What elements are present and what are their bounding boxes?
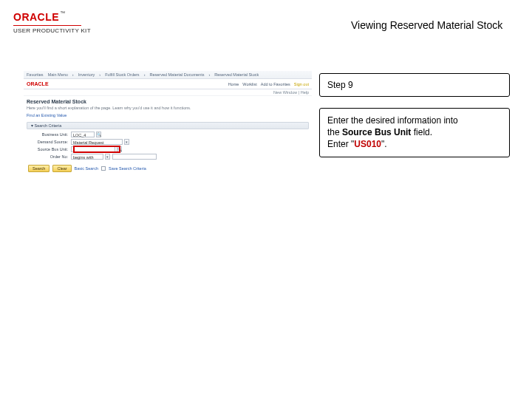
brand-logo: ORACLE™ USER PRODUCTIVITY KIT [13, 10, 91, 34]
clear-button[interactable]: Clear [52, 165, 71, 172]
instruction-text: Enter " [327, 139, 354, 149]
instruction-value: US010 [354, 139, 381, 149]
save-criteria-checkbox[interactable] [101, 166, 106, 171]
business-unit-field[interactable]: LOC_4 [71, 132, 95, 137]
button-bar: Search Clear Basic Search Save Search Cr… [24, 161, 312, 176]
nav-worklist[interactable]: Worklist [242, 82, 256, 86]
demand-source-field[interactable]: Material Request [71, 139, 123, 145]
nav-favorites[interactable]: Add to Favorites [261, 82, 290, 86]
instruction-text: field. [411, 127, 432, 137]
dropdown-icon[interactable]: ▾ [105, 154, 110, 160]
find-existing-link[interactable]: Find an Existing Value [24, 113, 312, 120]
business-unit-label: Business Unit: [28, 132, 71, 137]
step-indicator: Step 9 [319, 73, 510, 97]
content-heading: Reserved Material Stock [24, 96, 312, 104]
breadcrumb-item[interactable]: Reserved Material Documents [149, 72, 204, 77]
search-form: Business Unit: LOC_4 🔍 Demand Source: Ma… [24, 132, 312, 160]
lookup-icon[interactable]: 🔍 [96, 132, 101, 137]
step-label: Step 9 [327, 80, 353, 90]
breadcrumb-item[interactable]: Inventory [78, 72, 95, 77]
order-no-op[interactable]: begins with [71, 154, 103, 160]
instruction-field-name: Source Bus Unit [342, 127, 411, 137]
breadcrumb: Favorites Main Menu› Inventory› Fulfill … [24, 71, 312, 79]
app-brand: ORACLE [27, 81, 49, 86]
breadcrumb-item[interactable]: Fulfill Stock Orders [105, 72, 139, 77]
app-subnav[interactable]: New Window | Help [24, 89, 312, 96]
breadcrumb-item[interactable]: Main Menu [48, 72, 68, 77]
nav-signout[interactable]: Sign out [294, 82, 309, 86]
order-no-label: Order No: [28, 154, 71, 159]
instruction-text: Enter the desired information into [327, 115, 458, 126]
trademark: ™ [60, 10, 65, 16]
brand-name: ORACLE [13, 11, 59, 23]
order-no-field[interactable] [112, 154, 157, 160]
source-bus-unit-label: Source Bus Unit: [28, 147, 71, 151]
app-screenshot: Favorites Main Menu› Inventory› Fulfill … [24, 71, 312, 197]
source-bus-unit-field[interactable] [71, 146, 115, 152]
brand-subtitle: USER PRODUCTIVITY KIT [13, 27, 91, 34]
breadcrumb-item[interactable]: Reserved Material Stock [214, 72, 259, 77]
brand-rule [13, 25, 81, 26]
page-title: Viewing Reserved Material Stock [351, 19, 502, 31]
search-criteria-section[interactable]: Search Criteria [27, 122, 309, 129]
demand-source-label: Demand Source: [28, 140, 71, 144]
basic-search-link[interactable]: Basic Search [75, 166, 98, 171]
breadcrumb-item[interactable]: Favorites [27, 72, 44, 77]
app-header: ORACLE Home Worklist Add to Favorites Si… [24, 79, 312, 89]
lookup-icon[interactable]: 🔍 [117, 146, 122, 152]
content-description: Here you'll find a short explanation of … [24, 104, 312, 113]
save-criteria-link[interactable]: Save Search Criteria [109, 166, 146, 171]
dropdown-icon[interactable]: ▾ [124, 139, 129, 145]
instruction-panel: Enter the desired information into the S… [319, 108, 510, 157]
nav-home[interactable]: Home [228, 82, 239, 86]
search-button[interactable]: Search [28, 165, 50, 172]
instruction-text: the [327, 127, 342, 137]
instruction-text: ". [381, 139, 387, 149]
